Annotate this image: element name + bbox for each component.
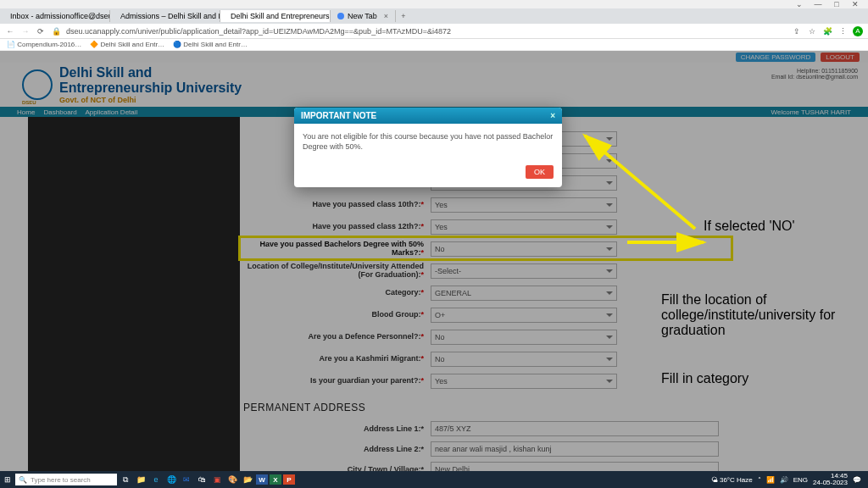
excel-icon[interactable]: X [270,474,281,485]
task-view-icon[interactable]: ⧉ [119,474,132,485]
tray-chevron-icon[interactable]: ˄ [758,476,761,484]
window-min2[interactable]: — [812,0,824,8]
mail-icon[interactable]: ✉ [180,474,193,485]
paint-icon[interactable]: 🎨 [225,474,239,485]
store-icon[interactable]: 🛍 [195,474,209,485]
tab-label: Delhi Skill and Entrepreneurship [231,12,331,20]
forward-button[interactable]: → [20,27,31,36]
edge-icon[interactable]: e [149,474,163,485]
browser-tabs: Inbox - admissionoffice@dseu…× Admission… [0,8,868,24]
volume-icon[interactable]: 🔊 [780,476,788,484]
star-icon[interactable]: ☆ [807,27,817,36]
reload-button[interactable]: ⟳ [36,27,46,36]
tab-label: Admissions – Delhi Skill and Ent… [120,12,220,20]
tab-inbox[interactable]: Inbox - admissionoffice@dseu…× [0,10,110,22]
modal-body: You are not eligible for this course bec… [294,124,562,158]
chrome-icon[interactable]: 🌐 [164,474,178,485]
menu-icon[interactable]: ⋮ [837,27,848,36]
taskbar-search[interactable]: 🔍Type here to search [15,474,117,485]
lock-icon: 🔒 [51,27,61,36]
folder-icon[interactable]: 📂 [241,474,254,485]
chrome-icon [337,13,344,19]
bookmark-item[interactable]: 🔵 Delhi Skill and Entr… [173,41,248,48]
share-icon[interactable]: ⇪ [792,27,802,36]
bookmarks-bar: 📄 Compendium-2016… 🔶 Delhi Skill and Ent… [0,39,868,51]
back-button[interactable]: ← [5,27,15,36]
profile-avatar[interactable]: A [853,26,863,36]
window-titlebar: ⌄ — □ ✕ [0,0,868,8]
windows-taskbar: ⊞ 🔍Type here to search ⧉ 📁 e 🌐 ✉ 🛍 ▣ 🎨 📂… [0,471,868,488]
extensions-icon[interactable]: 🧩 [822,27,832,36]
modal-header: IMPORTANT NOTE × [294,108,562,124]
tab-label: New Tab [348,12,377,20]
weather-widget[interactable]: 🌤 36°C Haze [711,476,753,484]
word-icon[interactable]: W [256,474,268,485]
modal-close-button[interactable]: × [550,111,555,120]
app-icon[interactable]: ▣ [210,474,224,485]
modal-ok-button[interactable]: OK [526,165,554,179]
explorer-icon[interactable]: 📁 [134,474,147,485]
close-icon[interactable]: × [384,12,388,20]
url-field[interactable]: dseu.ucanapply.com/univer/public/applica… [66,27,787,36]
notifications-icon[interactable]: 💬 [853,476,861,484]
tab-admissions[interactable]: Admissions – Delhi Skill and Ent…× [110,10,220,22]
wifi-icon[interactable]: 📶 [766,476,775,484]
tab-newtab[interactable]: New Tab× [331,10,396,22]
new-tab-button[interactable]: + [396,12,410,20]
search-icon: 🔍 [19,476,27,484]
window-max[interactable]: □ [831,0,843,8]
clock[interactable]: 14:4524-05-2023 [813,473,848,486]
important-note-modal: IMPORTANT NOTE × You are not eligible fo… [294,108,562,187]
address-bar: ← → ⟳ 🔒 dseu.ucanapply.com/univer/public… [0,24,868,39]
bookmark-item[interactable]: 🔶 Delhi Skill and Entr… [90,41,164,48]
window-min[interactable]: ⌄ [793,0,805,8]
window-close[interactable]: ✕ [849,0,861,8]
tab-application[interactable]: Delhi Skill and Entrepreneurship× [220,10,331,22]
start-button[interactable]: ⊞ [0,475,15,484]
language-indicator[interactable]: ENG [793,476,808,484]
bookmark-item[interactable]: 📄 Compendium-2016… [7,41,81,48]
system-tray: 🌤 36°C Haze ˄ 📶 🔊 ENG 14:4524-05-2023 💬 [711,473,868,486]
tab-label: Inbox - admissionoffice@dseu… [10,12,110,20]
modal-title: IMPORTANT NOTE [301,111,376,120]
powerpoint-icon[interactable]: P [283,474,295,485]
